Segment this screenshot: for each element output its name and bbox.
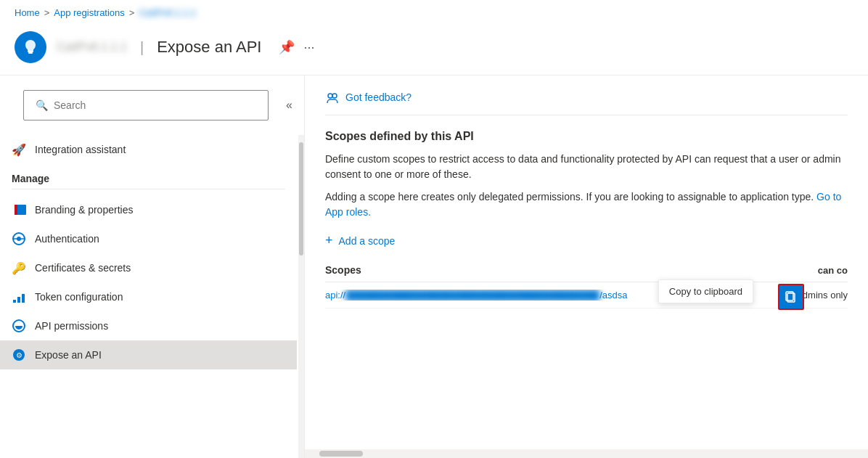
auth-icon	[12, 232, 26, 246]
app-icon	[15, 31, 46, 63]
page-title: Expose an API	[157, 38, 261, 57]
svg-rect-4	[15, 205, 17, 215]
sidebar-item-label: Token configuration	[35, 291, 123, 303]
sidebar-item-certificates[interactable]: 🔑 Certificates & secrets	[0, 253, 297, 282]
search-input[interactable]	[54, 99, 256, 111]
sidebar-item-label: Branding & properties	[35, 204, 133, 216]
feedback-bar[interactable]: Got feedback?	[325, 90, 848, 115]
manage-divider	[12, 189, 285, 189]
copy-icon	[784, 290, 798, 304]
sidebar-item-label: Authentication	[35, 233, 99, 245]
breadcrumb-home[interactable]: Home	[15, 7, 40, 18]
main-layout: 🔍 « 🚀 Integration assistant Manage	[0, 75, 868, 458]
col-action-header: can co	[818, 265, 848, 276]
sidebar-item-api-permissions[interactable]: API permissions	[0, 311, 297, 340]
add-scope-label: Add a scope	[339, 235, 396, 247]
search-icon: 🔍	[36, 99, 48, 111]
manage-section-header: Manage	[0, 164, 297, 189]
header-divider: |	[140, 39, 144, 56]
sidebar-item-label: Integration assistant	[35, 144, 126, 155]
breadcrumb-sep1: >	[44, 7, 50, 18]
rocket-icon: 🚀	[12, 142, 26, 157]
add-scope-button[interactable]: + Add a scope	[325, 233, 848, 248]
svg-point-14	[332, 94, 337, 98]
scopes-desc2: Adding a scope here creates only delegat…	[325, 189, 848, 220]
scope-url-suffix: /asdsa	[599, 290, 627, 300]
sidebar-item-label: API permissions	[35, 320, 108, 332]
header-actions: 📌 ···	[279, 39, 314, 55]
scopes-table-header: Scopes can co	[325, 258, 848, 282]
page-header: CatIPv6.1.1.1 | Expose an API 📌 ···	[0, 25, 868, 75]
scope-url-prefix: api://	[325, 290, 345, 300]
scopes-title: Scopes defined by this API	[325, 130, 848, 143]
scopes-desc1: Define custom scopes to restrict access …	[325, 152, 848, 182]
key-icon: 🔑	[12, 261, 26, 275]
breadcrumb: Home > App registrations > CatIPv6.1.1.1	[0, 0, 868, 25]
branding-icon	[12, 203, 26, 217]
horizontal-scrollbar[interactable]	[305, 449, 868, 458]
api-permissions-icon	[12, 319, 26, 333]
table-row: api://██████████████████████████████████…	[325, 282, 848, 308]
token-icon	[12, 290, 26, 304]
breadcrumb-sep2: >	[129, 7, 135, 18]
sidebar-item-branding[interactable]: Branding & properties	[0, 195, 297, 224]
svg-rect-3	[12, 205, 15, 215]
sidebar-item-label: Expose an API	[35, 349, 102, 361]
svg-rect-1	[28, 52, 33, 54]
feedback-label: Got feedback?	[345, 91, 412, 103]
plus-icon: +	[325, 233, 333, 248]
svg-rect-9	[22, 294, 25, 303]
sidebar-item-expose-api[interactable]: ⚙ Expose an API	[0, 340, 297, 369]
main-content: Got feedback? Scopes defined by this API…	[305, 75, 868, 458]
svg-rect-7	[13, 300, 16, 303]
sidebar-item-token-config[interactable]: Token configuration	[0, 282, 297, 311]
copy-tooltip: Copy to clipboard	[658, 279, 753, 303]
svg-text:⚙: ⚙	[16, 351, 22, 359]
scope-url-blurred: ██████████████████████████████████████	[345, 290, 599, 300]
breadcrumb-current-app: CatIPv6.1.1.1	[139, 7, 196, 18]
svg-rect-0	[28, 51, 33, 52]
sidebar-item-label: Certificates & secrets	[35, 262, 131, 274]
col-scopes-header: Scopes	[325, 264, 818, 276]
more-options-icon[interactable]: ···	[303, 40, 314, 55]
feedback-icon	[325, 90, 340, 105]
sidebar: 🔍 « 🚀 Integration assistant Manage	[0, 75, 305, 458]
scopes-section: Scopes defined by this API Define custom…	[325, 130, 848, 308]
breadcrumb-app-registrations[interactable]: App registrations	[54, 7, 125, 18]
collapse-sidebar-button[interactable]: «	[286, 99, 292, 112]
svg-point-13	[328, 94, 332, 98]
svg-rect-8	[17, 297, 20, 303]
header-app-name: CatIPv6.1.1.1	[57, 41, 127, 54]
copy-to-clipboard-button[interactable]	[778, 284, 804, 310]
sidebar-item-authentication[interactable]: Authentication	[0, 224, 297, 253]
expose-api-icon: ⚙	[12, 348, 26, 362]
sidebar-item-integration-assistant[interactable]: 🚀 Integration assistant	[0, 135, 297, 164]
pin-icon[interactable]: 📌	[279, 39, 295, 55]
sidebar-search-container: 🔍	[23, 90, 269, 120]
